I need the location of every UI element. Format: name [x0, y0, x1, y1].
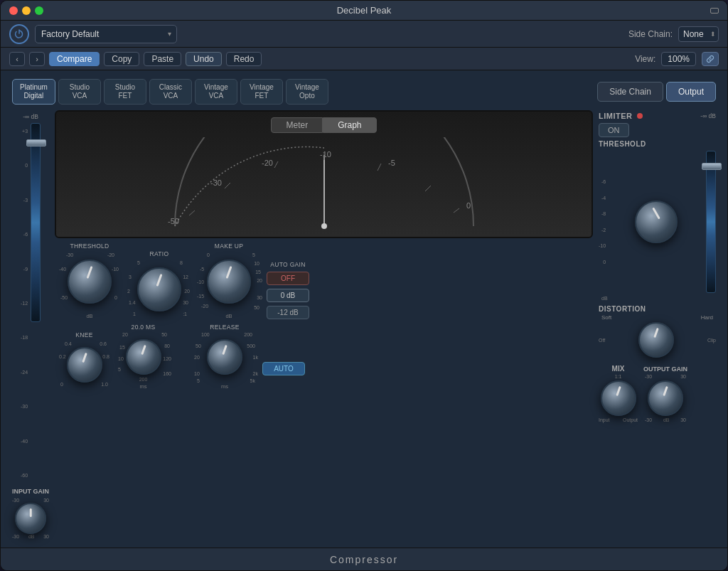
tab-studio-vca[interactable]: Studio VCA [58, 79, 101, 105]
meter-tab-meter[interactable]: Meter [271, 117, 323, 133]
paste-button[interactable]: Paste [144, 52, 181, 66]
ratio-ctrl-label: RATIO [150, 250, 169, 257]
limiter-header: LIMITER -∞ dB [599, 112, 716, 120]
tab-classic-vca[interactable]: Classic VCA [149, 79, 192, 105]
limiter-label: LIMITER [599, 112, 633, 120]
undo-button[interactable]: Undo [186, 52, 222, 66]
makeup-ctrl-label: MAKE UP [215, 242, 243, 250]
thresh-bottom-labels: dB [599, 296, 716, 301]
tab-studio-fet[interactable]: Studio FET [104, 79, 146, 105]
preset-wrapper[interactable]: Factory Default [35, 25, 177, 43]
sidechain-select-wrapper[interactable]: None [678, 26, 719, 42]
release-unit: ms [221, 383, 228, 390]
meter-tab-graph[interactable]: Graph [323, 117, 376, 133]
trim-unit-scale: -30dB30 [12, 534, 49, 539]
tab-vintage-vca[interactable]: Vintage VCA [195, 79, 237, 105]
output-view-button[interactable]: Output [666, 82, 716, 102]
window-title: Decibel Peak [337, 5, 392, 16]
tabs-row: Platinum Digital Studio VCA Studio FET C… [12, 79, 716, 105]
output-gain-knob[interactable] [648, 380, 683, 416]
nav-forward-button[interactable]: › [29, 52, 45, 66]
copy-button[interactable]: Copy [104, 52, 139, 66]
meter-display: Meter Graph [55, 110, 593, 238]
input-gain-fader[interactable] [31, 123, 41, 322]
auto-gain-0db-button[interactable]: 0 dB [267, 289, 309, 302]
limiter-indicator [637, 113, 643, 119]
view-label: View: [635, 54, 655, 64]
input-gain-knob[interactable] [15, 503, 46, 534]
release-ctrl-label: RELEASE [210, 324, 239, 331]
auto-gain-label: AUTO GAIN [270, 261, 305, 268]
auto-gain-12db-button[interactable]: -12 dB [267, 306, 309, 319]
right-panel: LIMITER -∞ dB ON THRESHOLD -6-4-8-2-100 [599, 110, 716, 539]
link-button[interactable] [702, 52, 719, 66]
svg-line-10 [274, 161, 278, 168]
ratio-control: RATIO 5 8 3 12 2 20 1.4 30 1 :1 [127, 250, 191, 319]
toolbar-right: View: 100% [635, 52, 719, 66]
tab-platinum-digital[interactable]: Platinum Digital [12, 79, 55, 105]
svg-line-12 [378, 164, 381, 171]
sidechain-label: Side Chain: [628, 29, 673, 39]
output-fader-track[interactable] [706, 151, 716, 293]
trim-scale: -30 30 [12, 498, 49, 503]
makeup-knob-wrapper: 0 5 10 -5 15 -10 20 -15 30 -20 50 [197, 251, 261, 311]
compare-button[interactable]: Compare [49, 52, 100, 66]
output-gain-control: OUTPUT GAIN -30 30 -30dB30 [643, 365, 687, 422]
input-gain-thumb[interactable] [26, 139, 46, 146]
threshold-limiter-knob[interactable] [635, 201, 678, 243]
distortion-knob[interactable] [638, 322, 674, 358]
right-output-fader [706, 151, 716, 293]
center-column: Meter Graph [55, 110, 593, 539]
minimize-button[interactable] [22, 6, 31, 15]
view-percent[interactable]: 100% [661, 52, 696, 66]
knee-knob-wrapper: 0.4 0.6 0.2 0.8 0 1.0 [58, 340, 111, 390]
mix-ratio: 1:1 [615, 374, 622, 379]
sidechain-select[interactable]: None [678, 26, 719, 42]
attack-ctrl-label: 20.0 ms [132, 324, 156, 331]
auto-gain-off-button[interactable]: OFF [267, 272, 309, 285]
svg-text:-5: -5 [388, 159, 395, 167]
toolbar-row2: ‹ › Compare Copy Paste Undo Redo View: 1… [1, 48, 727, 70]
knee-knob[interactable] [67, 347, 102, 383]
power-button[interactable] [9, 24, 29, 44]
input-gain-section: -∞ dB +30-3-6-9-12-18-24-30-40-60 INPUT … [12, 110, 49, 539]
output-fader-thumb[interactable] [702, 163, 722, 170]
ratio-knob-wrapper: 5 8 3 12 2 20 1.4 30 1 :1 [127, 259, 191, 319]
auto-gain-section: AUTO GAIN OFF 0 dB -12 dB [267, 261, 309, 319]
mix-knob[interactable] [601, 380, 636, 416]
plugin-window: Decibel Peak Factory Default Side Chain:… [0, 0, 728, 571]
release-knob[interactable] [207, 339, 242, 375]
attack-control: 20.0 ms 20 50 80 15 120 10 160 5 200 [117, 324, 170, 390]
input-gain-top-val: -∞ dB [23, 113, 38, 120]
svg-point-1 [321, 223, 327, 229]
close-button[interactable] [9, 6, 18, 15]
limiter-section: LIMITER -∞ dB ON THRESHOLD -6-4-8-2-100 [599, 112, 716, 301]
svg-line-13 [425, 186, 431, 191]
svg-text:-20: -20 [262, 159, 273, 167]
limiter-on-button[interactable]: ON [599, 123, 629, 137]
threshold-limiter-label: THRESHOLD [599, 140, 716, 148]
compressor-title: Compressor [330, 554, 398, 565]
tab-vintage-opto[interactable]: Vintage Opto [286, 79, 328, 105]
auto-release-area: AUTO [262, 361, 305, 375]
tab-vintage-fet[interactable]: Vintage FET [240, 79, 283, 105]
redo-button[interactable]: Redo [226, 52, 262, 66]
distortion-label: DISTORTION [599, 305, 716, 313]
middle-row: -∞ dB +30-3-6-9-12-18-24-30-40-60 INPUT … [12, 110, 716, 539]
preset-dropdown[interactable]: Factory Default [35, 25, 177, 43]
nav-back-button[interactable]: ‹ [9, 52, 25, 66]
knee-control: KNEE 0.4 0.6 0.2 0.8 0 1.0 [58, 331, 111, 390]
threshold-knob[interactable] [68, 260, 112, 304]
attack-knob[interactable] [126, 339, 161, 375]
maximize-button[interactable] [35, 6, 43, 15]
toolbar-row1: Factory Default Side Chain: None [1, 21, 727, 48]
ratio-knob[interactable] [137, 267, 181, 311]
auto-release-button[interactable]: AUTO [262, 362, 305, 375]
output-gain-label: OUTPUT GAIN [643, 365, 687, 373]
makeup-knob[interactable] [207, 260, 251, 304]
bottom-label-bar: Compressor [1, 548, 727, 570]
svg-text:-50: -50 [168, 217, 179, 225]
distortion-sublabels: Soft Hard [599, 314, 716, 321]
input-gain-trim-area: -30 30 -30dB30 [12, 498, 49, 539]
sidechain-view-button[interactable]: Side Chain [597, 82, 663, 102]
